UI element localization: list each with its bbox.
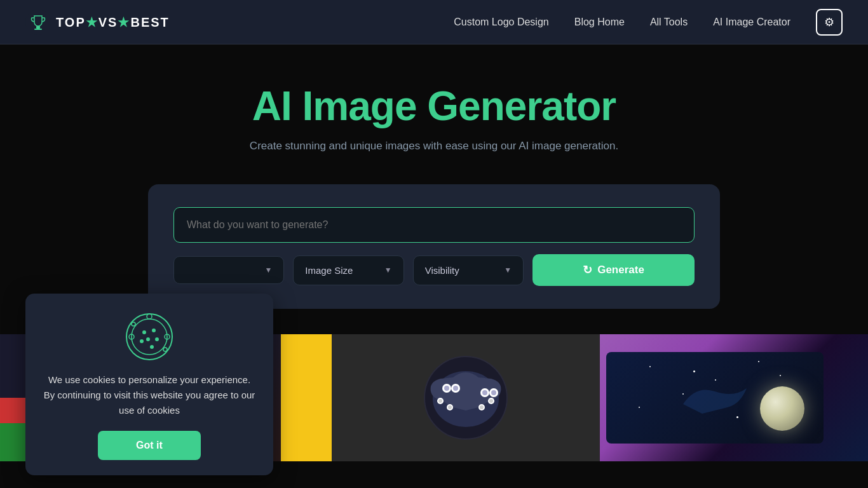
whale-icon	[677, 372, 753, 423]
visibility-dropdown[interactable]: Visibility ▼	[413, 255, 524, 285]
nav-all-tools[interactable]: All Tools	[650, 17, 688, 28]
chevron-down-icon: ▼	[264, 266, 272, 274]
svg-point-25	[146, 337, 150, 341]
svg-point-31	[147, 314, 152, 319]
style-dropdown[interactable]: ▼	[173, 256, 284, 284]
svg-point-0	[25, 10, 51, 35]
svg-point-18	[480, 405, 484, 409]
nav-ai-image-creator[interactable]: AI Image Creator	[713, 17, 790, 28]
main-nav: Custom Logo Design Blog Home All Tools A…	[454, 9, 843, 36]
svg-point-20	[489, 399, 493, 403]
svg-point-32	[132, 322, 135, 326]
logo-text: TOP★VS★BEST	[56, 15, 170, 30]
svg-point-23	[142, 330, 146, 334]
cookie-icon	[124, 311, 175, 362]
image-size-label: Image Size	[305, 265, 353, 276]
svg-rect-1	[36, 26, 40, 29]
hero-subtitle: Create stunning and unique images with e…	[25, 140, 843, 152]
image-size-dropdown[interactable]: Image Size ▼	[293, 255, 403, 285]
svg-point-12	[453, 386, 458, 391]
logo[interactable]: TOP★VS★BEST	[25, 10, 170, 35]
generate-label: Generate	[597, 264, 644, 276]
svg-point-10	[444, 386, 449, 391]
got-it-button[interactable]: Got it	[98, 431, 201, 460]
svg-point-16	[448, 405, 452, 409]
settings-button[interactable]: ⚙	[816, 9, 843, 36]
controls-row: ▼ Image Size ▼ Visibility ▼ ↻ Generate	[173, 254, 695, 286]
svg-point-28	[150, 345, 154, 349]
prompt-input[interactable]	[173, 207, 695, 243]
trophy-icon	[25, 10, 51, 35]
cookie-message: We use cookies to personalize your exper…	[43, 372, 255, 418]
cookie-banner: We use cookies to personalize your exper…	[25, 294, 273, 475]
gear-icon: ⚙	[824, 15, 834, 29]
chevron-down-icon: ▼	[384, 266, 392, 274]
generator-card: ▼ Image Size ▼ Visibility ▼ ↻ Generate	[148, 184, 720, 309]
svg-point-14	[438, 399, 442, 403]
svg-point-21	[126, 314, 172, 360]
svg-point-26	[155, 337, 159, 341]
header: TOP★VS★BEST Custom Logo Design Blog Home…	[0, 0, 868, 44]
page-title: AI Image Generator	[25, 83, 843, 130]
visibility-label: Visibility	[425, 265, 459, 276]
refresh-icon: ↻	[583, 263, 592, 277]
svg-point-22	[132, 319, 167, 355]
gallery-yellow-divider	[281, 334, 332, 461]
svg-point-6	[482, 390, 487, 395]
moon-circle	[760, 386, 804, 431]
svg-point-24	[152, 329, 156, 332]
chevron-down-icon: ▼	[504, 266, 512, 274]
generate-button[interactable]: ↻ Generate	[532, 254, 695, 286]
cookie-icon-wrapper	[43, 311, 255, 362]
nav-custom-logo[interactable]: Custom Logo Design	[454, 17, 548, 28]
hero-section: AI Image Generator Create stunning and u…	[0, 44, 868, 172]
gallery-item-game	[332, 334, 600, 461]
svg-point-27	[140, 339, 144, 343]
svg-point-33	[163, 348, 167, 351]
gallery-item-space	[600, 334, 868, 461]
game-controller-icon	[421, 353, 510, 442]
nav-blog-home[interactable]: Blog Home	[574, 17, 625, 28]
svg-rect-2	[34, 29, 42, 30]
svg-point-8	[491, 390, 496, 395]
